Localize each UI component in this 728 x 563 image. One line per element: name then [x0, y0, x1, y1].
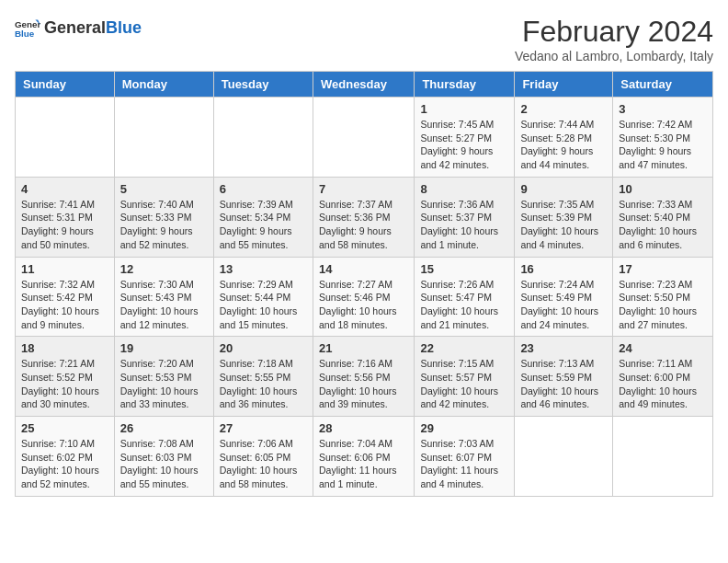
day-info: Sunrise: 7:30 AM Sunset: 5:43 PM Dayligh…	[120, 278, 208, 332]
day-number: 28	[319, 421, 408, 435]
day-info: Sunrise: 7:37 AM Sunset: 5:36 PM Dayligh…	[319, 198, 408, 252]
day-info: Sunrise: 7:16 AM Sunset: 5:56 PM Dayligh…	[319, 357, 408, 411]
day-number: 22	[420, 341, 508, 355]
day-number: 15	[420, 262, 508, 276]
logo-blue: Blue	[106, 18, 142, 38]
day-info: Sunrise: 7:41 AM Sunset: 5:31 PM Dayligh…	[21, 198, 108, 252]
calendar-week-2: 4Sunrise: 7:41 AM Sunset: 5:31 PM Daylig…	[16, 177, 713, 257]
calendar-week-1: 1Sunrise: 7:45 AM Sunset: 5:27 PM Daylig…	[16, 98, 713, 178]
day-header-friday: Friday	[515, 72, 613, 98]
day-number: 8	[420, 182, 508, 196]
day-info: Sunrise: 7:03 AM Sunset: 6:07 PM Dayligh…	[420, 437, 508, 491]
day-info: Sunrise: 7:24 AM Sunset: 5:49 PM Dayligh…	[520, 278, 607, 332]
day-info: Sunrise: 7:23 AM Sunset: 5:50 PM Dayligh…	[619, 278, 707, 332]
day-info: Sunrise: 7:06 AM Sunset: 6:05 PM Dayligh…	[220, 437, 307, 491]
calendar-cell: 14Sunrise: 7:27 AM Sunset: 5:46 PM Dayli…	[313, 257, 414, 337]
calendar-title: February 2024	[515, 15, 713, 49]
calendar-cell: 1Sunrise: 7:45 AM Sunset: 5:27 PM Daylig…	[415, 98, 515, 178]
day-number: 11	[21, 262, 108, 276]
calendar-table: SundayMondayTuesdayWednesdayThursdayFrid…	[15, 71, 713, 497]
day-number: 4	[21, 182, 108, 196]
day-number: 7	[319, 182, 408, 196]
calendar-cell	[313, 98, 414, 178]
day-number: 10	[619, 182, 707, 196]
day-header-thursday: Thursday	[415, 72, 515, 98]
day-info: Sunrise: 7:04 AM Sunset: 6:06 PM Dayligh…	[319, 437, 408, 491]
title-area: February 2024 Vedano al Lambro, Lombardy…	[515, 15, 713, 63]
day-number: 2	[520, 102, 607, 116]
day-number: 1	[420, 102, 508, 116]
calendar-cell: 27Sunrise: 7:06 AM Sunset: 6:05 PM Dayli…	[213, 417, 313, 497]
day-number: 29	[420, 421, 508, 435]
day-number: 25	[21, 421, 108, 435]
day-info: Sunrise: 7:11 AM Sunset: 6:00 PM Dayligh…	[619, 357, 707, 411]
day-info: Sunrise: 7:13 AM Sunset: 5:59 PM Dayligh…	[520, 357, 607, 411]
day-number: 24	[619, 341, 707, 355]
day-info: Sunrise: 7:10 AM Sunset: 6:02 PM Dayligh…	[21, 437, 108, 491]
calendar-cell	[515, 417, 613, 497]
calendar-cell: 25Sunrise: 7:10 AM Sunset: 6:02 PM Dayli…	[16, 417, 115, 497]
calendar-week-5: 25Sunrise: 7:10 AM Sunset: 6:02 PM Dayli…	[16, 417, 713, 497]
day-info: Sunrise: 7:08 AM Sunset: 6:03 PM Dayligh…	[120, 437, 208, 491]
day-info: Sunrise: 7:40 AM Sunset: 5:33 PM Dayligh…	[120, 198, 208, 252]
day-info: Sunrise: 7:27 AM Sunset: 5:46 PM Dayligh…	[319, 278, 408, 332]
calendar-cell: 22Sunrise: 7:15 AM Sunset: 5:57 PM Dayli…	[415, 337, 515, 417]
calendar-cell: 12Sunrise: 7:30 AM Sunset: 5:43 PM Dayli…	[114, 257, 213, 337]
day-info: Sunrise: 7:20 AM Sunset: 5:53 PM Dayligh…	[120, 357, 208, 411]
calendar-cell: 9Sunrise: 7:35 AM Sunset: 5:39 PM Daylig…	[515, 177, 613, 257]
day-header-saturday: Saturday	[613, 72, 713, 98]
calendar-cell: 26Sunrise: 7:08 AM Sunset: 6:03 PM Dayli…	[114, 417, 213, 497]
day-header-wednesday: Wednesday	[313, 72, 414, 98]
day-info: Sunrise: 7:21 AM Sunset: 5:52 PM Dayligh…	[21, 357, 108, 411]
calendar-body: 1Sunrise: 7:45 AM Sunset: 5:27 PM Daylig…	[16, 98, 713, 497]
logo-icon: General Blue	[15, 15, 40, 40]
calendar-cell	[114, 98, 213, 178]
calendar-cell: 17Sunrise: 7:23 AM Sunset: 5:50 PM Dayli…	[613, 257, 713, 337]
calendar-cell: 19Sunrise: 7:20 AM Sunset: 5:53 PM Dayli…	[114, 337, 213, 417]
calendar-cell: 28Sunrise: 7:04 AM Sunset: 6:06 PM Dayli…	[313, 417, 414, 497]
svg-text:Blue: Blue	[15, 29, 35, 39]
calendar-cell	[613, 417, 713, 497]
calendar-cell: 11Sunrise: 7:32 AM Sunset: 5:42 PM Dayli…	[16, 257, 115, 337]
day-number: 19	[120, 341, 208, 355]
calendar-cell: 15Sunrise: 7:26 AM Sunset: 5:47 PM Dayli…	[415, 257, 515, 337]
calendar-cell	[16, 98, 115, 178]
day-number: 27	[220, 421, 307, 435]
day-number: 16	[520, 262, 607, 276]
calendar-cell: 24Sunrise: 7:11 AM Sunset: 6:00 PM Dayli…	[613, 337, 713, 417]
calendar-cell	[213, 98, 313, 178]
day-info: Sunrise: 7:44 AM Sunset: 5:28 PM Dayligh…	[520, 118, 607, 172]
calendar-cell: 23Sunrise: 7:13 AM Sunset: 5:59 PM Dayli…	[515, 337, 613, 417]
day-number: 14	[319, 262, 408, 276]
calendar-subtitle: Vedano al Lambro, Lombardy, Italy	[515, 49, 713, 63]
day-number: 18	[21, 341, 108, 355]
calendar-cell: 3Sunrise: 7:42 AM Sunset: 5:30 PM Daylig…	[613, 98, 713, 178]
header: General Blue GeneralBlue February 2024 V…	[15, 15, 713, 63]
day-header-monday: Monday	[114, 72, 213, 98]
day-number: 3	[619, 102, 707, 116]
calendar-cell: 4Sunrise: 7:41 AM Sunset: 5:31 PM Daylig…	[16, 177, 115, 257]
calendar-cell: 21Sunrise: 7:16 AM Sunset: 5:56 PM Dayli…	[313, 337, 414, 417]
day-info: Sunrise: 7:35 AM Sunset: 5:39 PM Dayligh…	[520, 198, 607, 252]
day-header-sunday: Sunday	[16, 72, 115, 98]
logo: General Blue GeneralBlue	[15, 15, 142, 40]
day-info: Sunrise: 7:29 AM Sunset: 5:44 PM Dayligh…	[220, 278, 307, 332]
calendar-header-row: SundayMondayTuesdayWednesdayThursdayFrid…	[16, 72, 713, 98]
day-number: 5	[120, 182, 208, 196]
calendar-week-3: 11Sunrise: 7:32 AM Sunset: 5:42 PM Dayli…	[16, 257, 713, 337]
calendar-cell: 20Sunrise: 7:18 AM Sunset: 5:55 PM Dayli…	[213, 337, 313, 417]
day-info: Sunrise: 7:18 AM Sunset: 5:55 PM Dayligh…	[220, 357, 307, 411]
calendar-cell: 8Sunrise: 7:36 AM Sunset: 5:37 PM Daylig…	[415, 177, 515, 257]
day-info: Sunrise: 7:45 AM Sunset: 5:27 PM Dayligh…	[420, 118, 508, 172]
logo-general: General	[44, 18, 106, 38]
day-number: 17	[619, 262, 707, 276]
day-number: 20	[220, 341, 307, 355]
day-info: Sunrise: 7:36 AM Sunset: 5:37 PM Dayligh…	[420, 198, 508, 252]
calendar-cell: 29Sunrise: 7:03 AM Sunset: 6:07 PM Dayli…	[415, 417, 515, 497]
day-info: Sunrise: 7:15 AM Sunset: 5:57 PM Dayligh…	[420, 357, 508, 411]
day-info: Sunrise: 7:32 AM Sunset: 5:42 PM Dayligh…	[21, 278, 108, 332]
day-info: Sunrise: 7:39 AM Sunset: 5:34 PM Dayligh…	[220, 198, 307, 252]
day-number: 13	[220, 262, 307, 276]
day-info: Sunrise: 7:42 AM Sunset: 5:30 PM Dayligh…	[619, 118, 707, 172]
calendar-week-4: 18Sunrise: 7:21 AM Sunset: 5:52 PM Dayli…	[16, 337, 713, 417]
